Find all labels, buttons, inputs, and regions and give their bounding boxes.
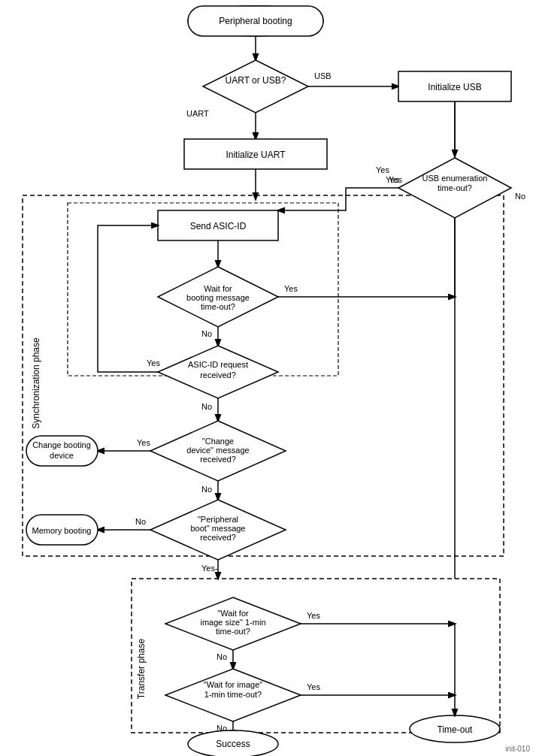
svg-text:time-out?: time-out?: [201, 302, 235, 311]
send-asic-id-label: Send ASIC-ID: [190, 221, 247, 231]
svg-text:received?: received?: [200, 370, 236, 380]
yes-booting-label: Yes: [284, 284, 298, 293]
peripheral-booting-label: Peripheral booting: [219, 16, 292, 26]
usb-label: USB: [314, 71, 332, 80]
no-asic-label: No: [201, 402, 212, 411]
svg-text:boot" message: boot" message: [190, 524, 245, 533]
transfer-phase-label: Transfer phase: [136, 639, 147, 700]
svg-marker-4: [203, 60, 308, 113]
uart-label: UART: [186, 109, 209, 118]
svg-text:1-min time-out?: 1-min time-out?: [204, 690, 262, 699]
svg-text:"Peripheral: "Peripheral: [198, 515, 238, 524]
success-label: Success: [216, 739, 250, 749]
svg-text:image size" 1-min: image size" 1-min: [200, 618, 265, 627]
svg-text:device: device: [50, 451, 74, 460]
svg-text:Memory booting: Memory booting: [32, 526, 92, 535]
svg-text:USB enumeration: USB enumeration: [422, 174, 488, 183]
no-img-size-label: No: [216, 652, 227, 661]
svg-text:booting message: booting message: [186, 293, 250, 302]
svg-text:time-out?: time-out?: [216, 627, 250, 636]
svg-text:Change booting: Change booting: [32, 440, 91, 449]
no-change-label: No: [201, 485, 212, 494]
svg-text:Yes: Yes: [386, 175, 399, 184]
yes-change-label: Yes: [137, 438, 150, 447]
yes-label-usb: Yes: [376, 165, 389, 174]
svg-text:"Change: "Change: [202, 437, 234, 446]
uart-usb-label: UART or USB?: [226, 75, 286, 86]
yes-img-size-label: Yes: [307, 611, 320, 620]
yes-img-label: Yes: [307, 682, 320, 691]
svg-text:ASIC-ID request: ASIC-ID request: [188, 360, 248, 369]
svg-text:time-out?: time-out?: [438, 183, 472, 192]
svg-text:Wait for: Wait for: [204, 284, 232, 293]
svg-text:received?: received?: [200, 533, 236, 542]
yes-asic-label: Yes: [147, 358, 160, 367]
sync-phase-label: Synchronization phase: [31, 337, 41, 429]
initialize-uart-label: Initialize UART: [226, 150, 286, 160]
no-usb-enum-label: No: [515, 192, 525, 201]
no-periph-label: No: [135, 517, 146, 526]
svg-text:received?: received?: [200, 455, 236, 464]
yes-periph-label: Yes-: [201, 564, 218, 573]
svg-rect-48: [132, 579, 500, 733]
svg-text:"Wait for: "Wait for: [217, 609, 249, 618]
svg-text:"Wait for image": "Wait for image": [204, 680, 262, 689]
watermark-label: init-010: [505, 745, 530, 753]
no-booting-label: No: [201, 329, 212, 338]
svg-text:device" message: device" message: [186, 446, 249, 455]
timeout-label: Time-out: [438, 724, 474, 735]
initialize-usb-label: Initialize USB: [428, 82, 481, 92]
